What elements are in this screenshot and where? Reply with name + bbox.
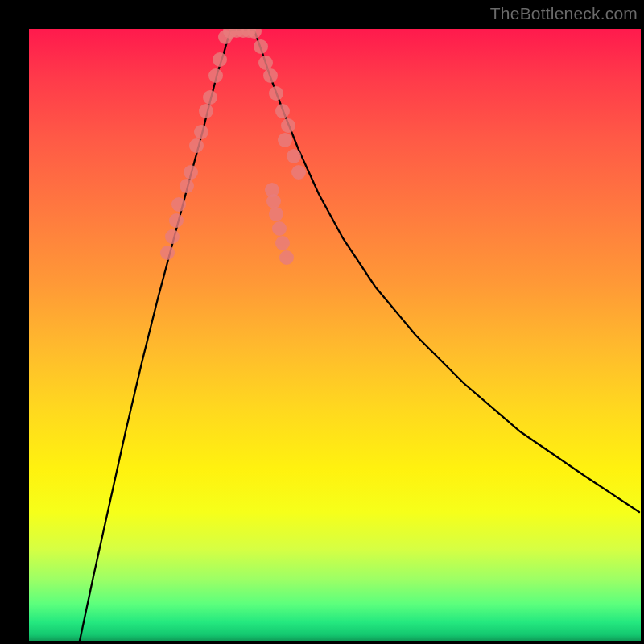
bead-marker xyxy=(258,56,273,70)
bead-marker xyxy=(208,68,223,83)
bead-marker xyxy=(180,179,194,193)
bead-marker xyxy=(171,197,186,212)
bead-marker xyxy=(194,125,208,139)
bead-marker xyxy=(287,149,301,163)
bead-marker xyxy=(254,39,268,54)
bead-marker xyxy=(291,165,306,180)
frame: TheBottleneck.com xyxy=(0,0,644,644)
plot-area xyxy=(29,29,641,641)
bead-marker xyxy=(275,236,290,250)
bead-marker xyxy=(279,250,294,265)
watermark-text: TheBottleneck.com xyxy=(490,4,638,23)
bead-marker xyxy=(165,229,180,244)
main-curve xyxy=(80,30,639,641)
bead-marker xyxy=(269,86,283,101)
bead-marker xyxy=(160,246,175,260)
curve-svg xyxy=(29,29,641,641)
bead-marker xyxy=(169,213,184,228)
bead-marker xyxy=(278,133,292,147)
bead-marker xyxy=(189,138,204,153)
bead-marker xyxy=(281,118,295,133)
curve-group xyxy=(80,30,639,641)
bead-marker xyxy=(275,104,290,118)
bead-marker xyxy=(266,194,281,208)
bead-marker xyxy=(184,165,198,180)
bead-marker xyxy=(272,221,287,236)
bead-marker xyxy=(199,104,213,118)
bead-marker xyxy=(263,68,278,83)
bead-marker xyxy=(213,52,227,67)
bead-marker xyxy=(269,207,283,221)
marker-group xyxy=(160,29,306,265)
bead-marker xyxy=(203,90,217,105)
